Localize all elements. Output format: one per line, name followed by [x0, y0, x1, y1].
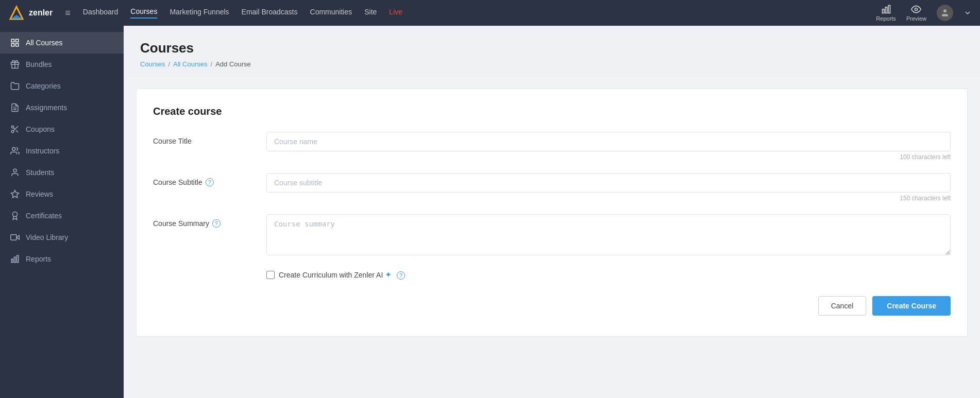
nav-dashboard[interactable]: Dashboard	[83, 8, 119, 18]
chevron-down-icon[interactable]	[964, 9, 972, 17]
sidebar: All Courses Bundles Categories Assignmen…	[0, 26, 124, 398]
sidebar-item-bundles[interactable]: Bundles	[0, 54, 124, 75]
ai-curriculum-row: Create Curriculum with Zenler AI ✦ ?	[266, 270, 951, 280]
logo-text: zenler	[29, 8, 53, 18]
svg-rect-28	[17, 255, 19, 263]
topnav-links: Dashboard Courses Marketing Funnels Emai…	[83, 7, 864, 19]
breadcrumb: Courses / All Courses / Add Course	[140, 60, 964, 68]
ai-sparkle-icon: ✦	[385, 270, 392, 279]
ai-curriculum-checkbox[interactable]	[266, 271, 275, 279]
nav-marketing-funnels[interactable]: Marketing Funnels	[170, 8, 229, 18]
layout: All Courses Bundles Categories Assignmen…	[0, 26, 980, 398]
course-title-char-count: 100 characters left	[266, 153, 951, 161]
course-subtitle-field: 150 characters left	[266, 173, 951, 202]
scissors-icon	[10, 125, 20, 134]
topnav-right: Reports Preview	[876, 4, 972, 22]
sidebar-item-categories[interactable]: Categories	[0, 75, 124, 97]
ai-help-icon[interactable]: ?	[397, 271, 405, 280]
svg-rect-4	[888, 6, 890, 13]
course-title-field: 100 characters left	[266, 132, 951, 161]
course-summary-textarea[interactable]	[266, 214, 951, 255]
nav-site[interactable]: Site	[364, 8, 377, 18]
course-summary-field	[266, 214, 951, 257]
file-text-icon	[10, 103, 20, 112]
sidebar-item-reports[interactable]: Reports	[0, 248, 124, 270]
course-subtitle-char-count: 150 characters left	[266, 195, 951, 202]
student-icon	[10, 168, 20, 177]
svg-marker-22	[11, 191, 19, 198]
course-summary-row: Course Summary ?	[153, 214, 951, 257]
topnav: zenler ≡ Dashboard Courses Marketing Fun…	[0, 0, 980, 26]
svg-point-23	[13, 212, 18, 217]
svg-rect-2	[882, 9, 884, 13]
svg-rect-10	[16, 44, 19, 46]
svg-point-5	[915, 8, 918, 11]
create-course-button[interactable]: Create Course	[872, 296, 951, 316]
form-title: Create course	[153, 106, 951, 117]
sidebar-item-video-library[interactable]: Video Library	[0, 227, 124, 248]
nav-courses[interactable]: Courses	[130, 7, 157, 19]
svg-rect-26	[11, 259, 13, 263]
gift-icon	[10, 60, 20, 69]
reports-nav-button[interactable]: Reports	[876, 4, 896, 22]
sidebar-item-students[interactable]: Students	[0, 162, 124, 183]
breadcrumb-sep-2: /	[211, 60, 213, 68]
svg-rect-7	[11, 39, 14, 42]
nav-email-broadcasts[interactable]: Email Broadcasts	[242, 8, 298, 18]
svg-point-6	[943, 9, 947, 12]
svg-rect-25	[11, 235, 16, 240]
cancel-button[interactable]: Cancel	[818, 296, 867, 316]
create-course-form-card: Create course Course Title 100 character…	[136, 89, 968, 337]
folder-icon	[10, 81, 20, 91]
breadcrumb-current: Add Course	[215, 60, 251, 68]
sidebar-item-reviews[interactable]: Reviews	[0, 183, 124, 205]
course-subtitle-row: Course Subtitle ? 150 characters left	[153, 173, 951, 202]
svg-rect-3	[885, 7, 887, 13]
course-title-input[interactable]	[266, 132, 951, 151]
course-subtitle-input[interactable]	[266, 173, 951, 193]
breadcrumb-sep-1: /	[168, 60, 170, 68]
video-icon	[10, 233, 20, 242]
summary-help-icon[interactable]: ?	[212, 219, 221, 228]
svg-point-21	[13, 169, 16, 172]
zenler-logo-icon	[8, 5, 25, 21]
hamburger-icon[interactable]: ≡	[65, 8, 71, 19]
svg-rect-9	[11, 44, 14, 46]
subtitle-help-icon[interactable]: ?	[206, 178, 214, 186]
svg-marker-24	[16, 235, 19, 239]
sidebar-item-assignments[interactable]: Assignments	[0, 97, 124, 118]
user-avatar[interactable]	[937, 5, 953, 21]
page-title: Courses	[140, 40, 964, 56]
bar-chart-icon	[881, 4, 891, 14]
nav-communities[interactable]: Communities	[310, 8, 352, 18]
users-icon	[10, 146, 20, 155]
sidebar-item-instructors[interactable]: Instructors	[0, 140, 124, 162]
svg-line-19	[13, 128, 15, 129]
svg-rect-8	[16, 39, 19, 42]
award-icon	[10, 211, 20, 220]
breadcrumb-all-courses[interactable]: All Courses	[173, 60, 207, 68]
svg-point-20	[12, 147, 15, 150]
form-footer: Cancel Create Course	[153, 296, 951, 316]
user-icon	[940, 8, 950, 18]
breadcrumb-courses[interactable]: Courses	[140, 60, 165, 68]
svg-point-16	[11, 130, 14, 133]
main-content: Courses Courses / All Courses / Add Cour…	[124, 26, 980, 398]
course-title-label: Course Title	[153, 132, 256, 145]
sidebar-item-all-courses[interactable]: All Courses	[0, 32, 124, 54]
sidebar-item-certificates[interactable]: Certificates	[0, 205, 124, 227]
eye-icon	[911, 4, 921, 14]
grid-icon	[10, 38, 20, 47]
course-summary-label: Course Summary ?	[153, 214, 256, 228]
ai-curriculum-label[interactable]: Create Curriculum with Zenler AI ✦ ?	[279, 270, 405, 280]
logo[interactable]: zenler	[8, 5, 53, 21]
course-subtitle-label: Course Subtitle ?	[153, 173, 256, 186]
nav-live[interactable]: Live	[389, 8, 402, 18]
svg-rect-27	[14, 257, 16, 263]
svg-line-18	[16, 130, 18, 132]
course-title-row: Course Title 100 characters left	[153, 132, 951, 161]
bar-chart-sidebar-icon	[10, 254, 20, 264]
preview-nav-button[interactable]: Preview	[906, 4, 926, 22]
sidebar-item-coupons[interactable]: Coupons	[0, 118, 124, 140]
svg-point-15	[11, 126, 14, 128]
